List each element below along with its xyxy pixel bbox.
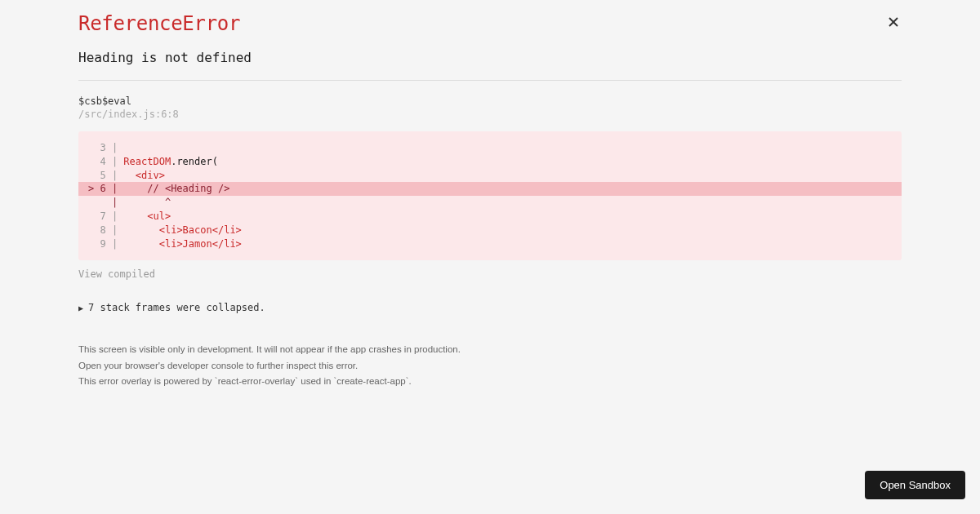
- view-compiled-link[interactable]: View compiled: [78, 268, 155, 280]
- stack-location: /src/index.js:6:8: [78, 109, 902, 120]
- collapsed-frames-toggle[interactable]: ▶ 7 stack frames were collapsed.: [78, 302, 902, 313]
- error-type: ReferenceError: [78, 12, 240, 35]
- code-caret: | ^: [78, 196, 902, 210]
- code-line-4: 4 | ReactDOM.render(: [78, 155, 902, 169]
- stack-function: $csb$eval: [78, 95, 902, 107]
- close-icon: [889, 16, 898, 29]
- open-sandbox-button[interactable]: Open Sandbox: [865, 471, 965, 499]
- footer-line-2: Open your browser's developer console to…: [78, 359, 902, 373]
- stack-entry: $csb$eval /src/index.js:6:8: [78, 95, 902, 120]
- code-line-8: 8 | <li>Bacon</li>: [78, 224, 902, 237]
- close-button[interactable]: [885, 12, 902, 33]
- footer-notes: This screen is visible only in developme…: [78, 343, 902, 388]
- expand-arrow-icon: ▶: [78, 304, 83, 312]
- code-line-7: 7 | <ul>: [78, 210, 902, 224]
- code-line-5: 5 | <div>: [78, 169, 902, 183]
- footer-line-3: This error overlay is powered by `react-…: [78, 374, 902, 388]
- code-line-3: 3 |: [88, 142, 123, 153]
- error-message: Heading is not defined: [78, 50, 902, 65]
- footer-line-1: This screen is visible only in developme…: [78, 343, 902, 357]
- code-line-6-error: > 6 | // <Heading />: [78, 182, 902, 196]
- code-block: 3 | 4 | ReactDOM.render( 5 | <div>> 6 | …: [78, 131, 902, 260]
- divider: [78, 80, 902, 81]
- collapsed-frames-label: 7 stack frames were collapsed.: [88, 302, 265, 313]
- code-line-9: 9 | <li>Jamon</li>: [78, 237, 902, 251]
